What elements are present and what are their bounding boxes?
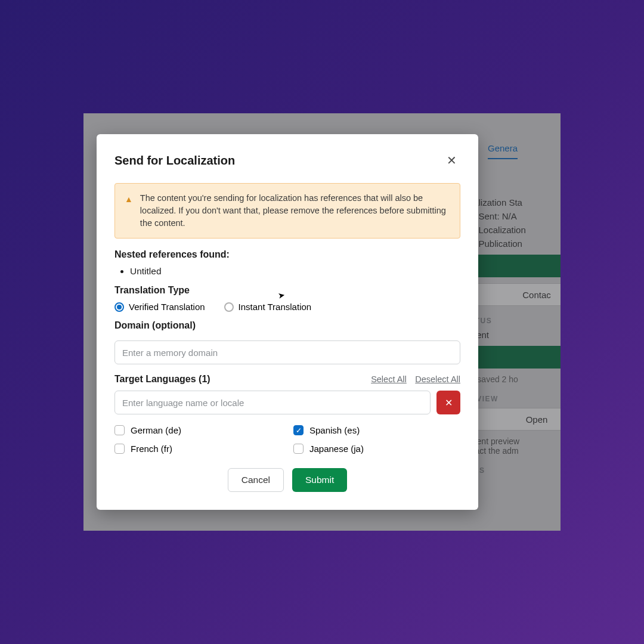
target-languages-heading: Target Languages (1) [114, 374, 210, 385]
modal-title: Send for Localization [114, 154, 235, 168]
nested-reference-item: Untitled [130, 266, 460, 277]
localization-modal: Send for Localization ✕ ▲ The content yo… [97, 134, 478, 510]
app-screen: Genera LILT Localization Sta Last Sent: … [83, 113, 561, 531]
radio-instant-translation[interactable]: Instant Translation [224, 302, 312, 312]
checkbox-label: Japanese (ja) [309, 444, 364, 454]
warning-alert: ▲ The content you're sending for localiz… [114, 183, 460, 239]
close-icon[interactable]: ✕ [443, 151, 460, 170]
translation-type-radios: Verified Translation Instant Translation [114, 302, 460, 312]
checkbox-icon [293, 444, 304, 454]
alert-text: The content you're sending for localizat… [140, 192, 450, 230]
checkbox-label: Spanish (es) [309, 425, 360, 435]
select-all-link[interactable]: Select All [371, 374, 407, 384]
warning-icon: ▲ [125, 193, 133, 230]
domain-input[interactable] [114, 340, 460, 364]
domain-heading: Domain (optional) [114, 320, 460, 331]
checkbox-label: German (de) [131, 425, 181, 435]
checkbox-german[interactable]: German (de) [114, 425, 281, 435]
language-search-input[interactable] [114, 391, 431, 414]
checkbox-label: French (fr) [131, 444, 172, 454]
language-select-links: Select All Deselect All [371, 374, 460, 385]
nested-references-heading: Nested references found: [114, 249, 460, 260]
submit-button[interactable]: Submit [292, 468, 347, 492]
checkbox-icon [114, 444, 125, 454]
checkbox-spanish[interactable]: ✓ Spanish (es) [293, 425, 460, 435]
checkbox-french[interactable]: French (fr) [114, 444, 281, 454]
checkbox-icon [114, 425, 125, 435]
clear-language-button[interactable]: ✕ [436, 391, 460, 414]
target-languages-header: Target Languages (1) Select All Deselect… [114, 374, 460, 385]
deselect-all-link[interactable]: Deselect All [415, 374, 460, 384]
radio-label: Instant Translation [239, 302, 312, 312]
checkbox-japanese[interactable]: Japanese (ja) [293, 444, 460, 454]
translation-type-heading: Translation Type [114, 285, 460, 296]
modal-footer: Cancel Submit [114, 468, 460, 492]
modal-header: Send for Localization ✕ [114, 151, 460, 170]
close-icon: ✕ [445, 397, 453, 408]
checkbox-icon: ✓ [293, 425, 304, 435]
radio-icon [224, 302, 234, 312]
cancel-button[interactable]: Cancel [228, 468, 284, 492]
radio-verified-translation[interactable]: Verified Translation [114, 302, 205, 312]
language-search-row: ✕ [114, 391, 460, 414]
cursor-icon: ➤ [277, 290, 286, 301]
radio-icon [114, 302, 124, 312]
language-checkboxes: German (de) ✓ Spanish (es) French (fr) J… [114, 425, 460, 454]
radio-label: Verified Translation [129, 302, 205, 312]
